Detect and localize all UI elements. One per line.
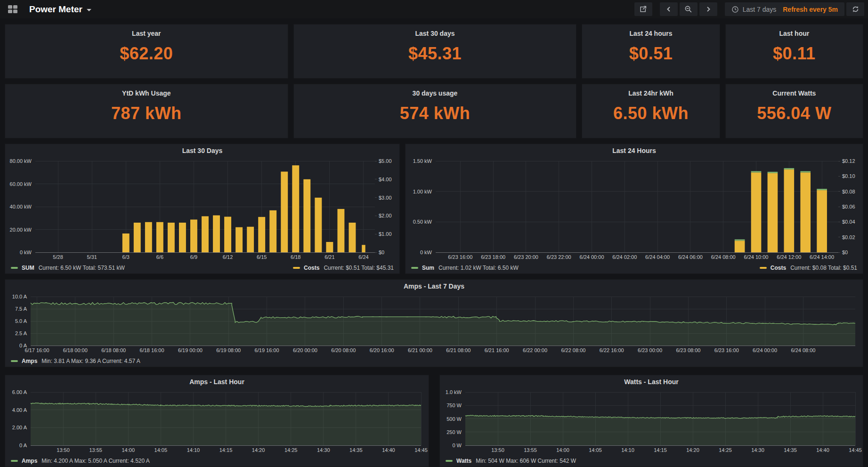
svg-text:$1.00: $1.00 <box>379 231 392 237</box>
svg-text:2.5 A: 2.5 A <box>15 330 27 336</box>
stat-value: $62.20 <box>5 44 288 64</box>
svg-text:14:40: 14:40 <box>382 447 395 453</box>
stat-title: 30 days usage <box>294 84 576 97</box>
svg-text:$0.12: $0.12 <box>842 158 855 164</box>
legend-item-amps[interactable]: AmpsMin: 3.81 A Max: 9.36 A Current: 4.5… <box>11 358 140 364</box>
legend-series-name: Amps <box>22 458 37 464</box>
time-back-button[interactable] <box>660 2 678 16</box>
legend-item-amps[interactable]: AmpsMin: 4.200 A Max: 5.050 A Current: 4… <box>11 458 150 464</box>
svg-text:14:40: 14:40 <box>816 447 829 453</box>
legend-item-sum[interactable]: SUMCurrent: 6.50 kW Total: 573.51 kW <box>11 265 125 271</box>
stat-title: Last 24hr kWh <box>582 84 719 97</box>
svg-text:6/19 08:00: 6/19 08:00 <box>216 347 241 353</box>
watts-last-hour-chart[interactable]: 13:5013:5514:0014:0514:1014:1514:2014:25… <box>440 387 863 455</box>
svg-text:0 kW: 0 kW <box>420 250 432 255</box>
svg-text:6/21 08:00: 6/21 08:00 <box>446 347 471 353</box>
legend-item-watts[interactable]: WattsMin: 504 W Max: 606 W Current: 542 … <box>446 458 576 464</box>
svg-text:14:20: 14:20 <box>252 447 265 453</box>
panel-title[interactable]: Watts - Last Hour <box>440 375 863 387</box>
amps-last-7-days-chart[interactable]: 6/17 16:006/18 00:006/18 08:006/18 16:00… <box>5 292 863 355</box>
svg-text:14:30: 14:30 <box>317 447 330 453</box>
panel-last-year: Last year $62.20 <box>5 24 288 79</box>
svg-text:6/24 02:00: 6/24 02:00 <box>612 254 637 260</box>
last-24-hours-chart[interactable]: 6/23 16:006/23 18:006/23 20:006/23 22:00… <box>406 156 863 262</box>
legend-swatch <box>411 267 418 269</box>
chart-legend: SumCurrent: 1.02 kW Total: 6.50 kWCostsC… <box>406 262 863 274</box>
panel-title[interactable]: Last 24 Hours <box>406 144 863 156</box>
share-button[interactable] <box>634 2 652 16</box>
navbar: Power Meter Last 7 days Refresh e <box>0 0 868 18</box>
bar-charts-row: Last 30 Days 5/285/316/36/66/96/126/156/… <box>5 144 863 274</box>
svg-text:6/12: 6/12 <box>223 254 233 260</box>
legend-swatch <box>760 267 767 269</box>
legend-swatch <box>11 360 18 362</box>
zoom-out-button[interactable] <box>680 2 698 16</box>
svg-text:14:00: 14:00 <box>122 447 135 453</box>
svg-text:13:50: 13:50 <box>491 447 504 453</box>
stat-row-costs: Last year $62.20 Last 30 days $45.31 Las… <box>5 24 863 79</box>
svg-text:6/23 00:00: 6/23 00:00 <box>638 347 662 353</box>
panel-last-24hr-kwh: Last 24hr kWh 6.50 kWh <box>582 84 720 138</box>
svg-text:14:10: 14:10 <box>621 447 634 453</box>
svg-text:14:05: 14:05 <box>154 447 168 453</box>
time-forward-button[interactable] <box>699 2 717 16</box>
legend-series-stats: Current: 1.02 kW Total: 6.50 kW <box>438 265 519 271</box>
legend-item-sum[interactable]: SumCurrent: 1.02 kW Total: 6.50 kW <box>411 265 519 271</box>
svg-text:14:35: 14:35 <box>349 447 363 453</box>
legend-item-costs[interactable]: CostsCurrent: $0.51 Total: $45.31 <box>293 265 394 271</box>
legend-swatch <box>293 267 300 269</box>
svg-text:14:30: 14:30 <box>751 447 764 453</box>
svg-text:6/24 08:00: 6/24 08:00 <box>791 347 815 353</box>
legend-swatch <box>11 267 18 269</box>
stat-title: YtD kWh Usage <box>5 84 288 97</box>
legend-series-name: Amps <box>22 358 37 364</box>
stat-value: $45.31 <box>294 44 576 64</box>
svg-text:6/24 10:00: 6/24 10:00 <box>744 254 769 260</box>
svg-text:14:15: 14:15 <box>654 447 667 453</box>
svg-text:$5.00: $5.00 <box>379 158 392 164</box>
dashboard-title-dropdown[interactable]: Power Meter <box>25 4 95 15</box>
svg-text:6/22 08:00: 6/22 08:00 <box>561 347 585 353</box>
legend-series-name: Costs <box>771 265 786 271</box>
time-picker-button[interactable]: Last 7 days Refresh every 5m <box>725 2 844 16</box>
svg-text:6/23 16:00: 6/23 16:00 <box>448 254 472 260</box>
panel-last-24-hours-cost: Last 24 hours $0.51 <box>582 24 720 79</box>
svg-text:14:45: 14:45 <box>849 447 862 453</box>
legend-item-costs[interactable]: CostsCurrent: $0.08 Total: $0.51 <box>760 265 857 271</box>
svg-text:5/28: 5/28 <box>53 254 63 260</box>
svg-text:0 W: 0 W <box>452 443 462 448</box>
legend-series-stats: Min: 4.200 A Max: 5.050 A Current: 4.520… <box>41 458 149 464</box>
legend-series-name: SUM <box>22 265 34 271</box>
clock-icon <box>731 6 739 13</box>
refresh-button[interactable] <box>846 2 864 16</box>
legend-series-stats: Min: 3.81 A Max: 9.36 A Current: 4.57 A <box>41 358 140 364</box>
stat-value: 574 kWh <box>294 104 576 123</box>
svg-text:6/20 00:00: 6/20 00:00 <box>293 347 317 353</box>
chart-svg: 5/285/316/36/66/96/126/156/186/216/2480.… <box>5 156 399 262</box>
chart-svg: 13:5013:5514:0014:0514:1014:1514:2014:25… <box>440 387 863 455</box>
refresh-interval-label: Refresh every 5m <box>783 6 838 13</box>
svg-text:6/17 16:00: 6/17 16:00 <box>25 347 49 353</box>
svg-text:6/23 20:00: 6/23 20:00 <box>514 254 538 260</box>
panel-30-days-usage: 30 days usage 574 kWh <box>293 84 577 138</box>
svg-text:0 A: 0 A <box>19 343 27 348</box>
svg-text:14:35: 14:35 <box>784 447 797 453</box>
panel-title[interactable]: Last 30 Days <box>5 144 399 156</box>
svg-text:0 A: 0 A <box>19 443 27 448</box>
svg-text:6/19 16:00: 6/19 16:00 <box>255 347 279 353</box>
stat-title: Last 30 days <box>294 24 576 37</box>
panel-ytd-kwh: YtD kWh Usage 787 kWh <box>5 84 288 138</box>
panel-title[interactable]: Amps - Last 7 Days <box>5 280 863 292</box>
panel-title[interactable]: Amps - Last Hour <box>5 375 429 387</box>
amps-last-hour-chart[interactable]: 13:5013:5514:0014:0514:1014:1514:2014:25… <box>5 387 429 455</box>
legend-series-stats: Current: $0.08 Total: $0.51 <box>790 265 857 271</box>
chart-legend: WattsMin: 504 W Max: 606 W Current: 542 … <box>440 455 863 467</box>
svg-text:$0.08: $0.08 <box>842 189 855 194</box>
svg-text:6/23 18:00: 6/23 18:00 <box>481 254 505 260</box>
svg-text:14:20: 14:20 <box>686 447 699 453</box>
svg-text:6/23 22:00: 6/23 22:00 <box>547 254 571 260</box>
svg-text:14:25: 14:25 <box>284 447 298 453</box>
svg-text:80.00 kW: 80.00 kW <box>10 158 32 164</box>
last-30-days-chart[interactable]: 5/285/316/36/66/96/126/156/186/216/2480.… <box>5 156 399 262</box>
apps-grid-icon[interactable] <box>0 0 25 18</box>
